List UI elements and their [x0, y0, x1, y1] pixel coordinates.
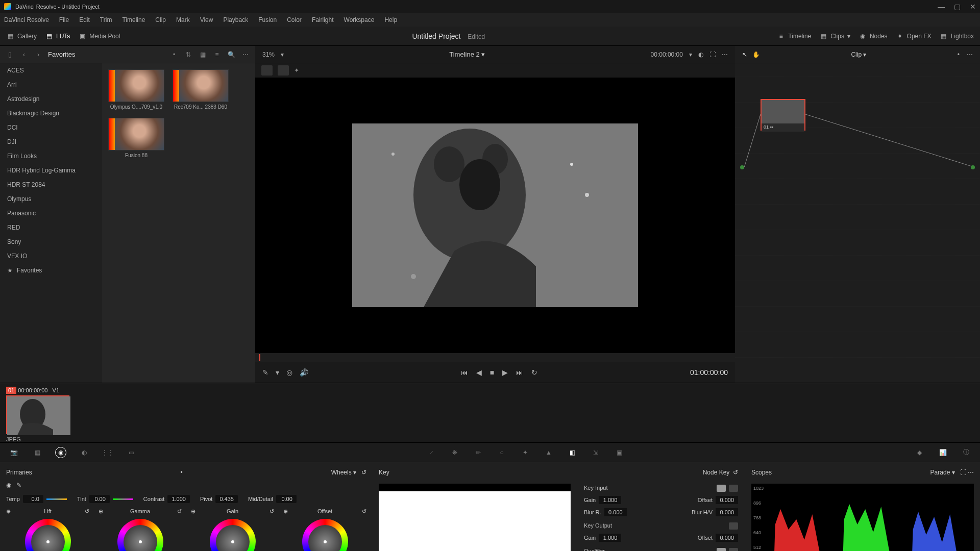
clip-dropdown[interactable]: Clip ▾ — [851, 51, 866, 58]
lut-cat[interactable]: Film Looks — [0, 149, 102, 163]
keyframes-icon[interactable]: ◆ — [914, 447, 925, 458]
timeline-name[interactable]: Timeline 2 ▾ — [449, 51, 485, 58]
qualifier-icon[interactable]: ✏ — [473, 447, 484, 458]
lut-cat[interactable]: Sony — [0, 235, 102, 249]
3d-icon[interactable]: ▣ — [614, 447, 625, 458]
viewer-canvas[interactable] — [255, 78, 735, 353]
close-icon[interactable]: ✕ — [970, 3, 976, 11]
rgb-mixer-icon[interactable]: ⋮⋮ — [102, 447, 113, 458]
lut-cat[interactable]: HDR Hybrid Log-Gamma — [0, 163, 102, 178]
reset-icon[interactable]: ↺ — [362, 508, 366, 515]
lut-cat[interactable]: VFX IO — [0, 249, 102, 263]
more-icon[interactable]: ⋯ — [241, 50, 250, 59]
reset-icon[interactable]: ↺ — [733, 469, 738, 476]
expand-icon[interactable]: ⛶ — [709, 51, 716, 58]
reset-icon[interactable]: ↺ — [85, 508, 89, 515]
menu-mark[interactable]: Mark — [176, 16, 190, 23]
magic-mask-icon[interactable]: ▲ — [543, 447, 554, 458]
lut-thumb[interactable]: Rec709 Ko... 2383 D60 — [173, 69, 229, 110]
key-out-toggle[interactable] — [729, 522, 738, 530]
wheel-picker-icon[interactable]: ⊕ — [6, 508, 11, 515]
lut-cat[interactable]: Panasonic — [0, 206, 102, 220]
tab-lightbox[interactable]: ▦Lightbox — [940, 32, 974, 40]
playhead[interactable] — [259, 354, 260, 361]
annotation-icon[interactable]: ✎ — [262, 368, 268, 377]
menu-clip[interactable]: Clip — [155, 16, 166, 23]
key-out-offset[interactable]: Offset0.000 — [698, 534, 738, 542]
lut-thumb[interactable]: Olympus O....709_v1.0 — [108, 69, 164, 110]
step-back-icon[interactable]: ◀ — [476, 368, 482, 377]
qual-toggle2[interactable] — [729, 548, 738, 551]
menu-color[interactable]: Color — [287, 16, 302, 23]
hdr-icon[interactable]: ◐ — [79, 447, 90, 458]
menu-workspace[interactable]: Workspace — [344, 16, 375, 23]
lut-thumb[interactable]: Fusion 88 — [108, 118, 164, 158]
tab-luts[interactable]: ▤LUTs — [45, 32, 70, 40]
menu-davinci[interactable]: DaVinci Resolve — [4, 16, 49, 23]
tint-adjust[interactable]: Tint0.00 — [77, 495, 133, 503]
menu-playback[interactable]: Playback — [223, 16, 248, 23]
more-icon[interactable]: ⋯ — [967, 51, 973, 58]
scopes-mode[interactable]: Parade — [930, 469, 950, 476]
key-out-gain[interactable]: Gain1.000 — [584, 534, 621, 542]
wheels-mode[interactable]: Wheels — [331, 469, 352, 476]
key-in-offset[interactable]: Offset0.000 — [698, 496, 738, 504]
warper-icon[interactable]: ❋ — [449, 447, 460, 458]
lut-cat[interactable]: RED — [0, 220, 102, 235]
split-screen-icon[interactable] — [278, 65, 289, 76]
menu-fairlight[interactable]: Fairlight — [312, 16, 334, 23]
pivot-adjust[interactable]: Pivot0.435 — [200, 495, 238, 503]
minimize-icon[interactable]: — — [938, 3, 945, 11]
key-input-toggle1[interactable] — [717, 485, 726, 492]
prev-clip-icon[interactable]: ⏮ — [461, 368, 468, 377]
middetail-adjust[interactable]: Mid/Detail0.00 — [248, 495, 297, 503]
color-wheel[interactable] — [210, 519, 256, 551]
loop-icon[interactable]: ↻ — [531, 368, 537, 377]
bypass-icon[interactable]: ◐ — [698, 51, 703, 58]
clip-thumbnail[interactable] — [6, 395, 69, 434]
list-view-icon[interactable]: ≡ — [212, 50, 222, 59]
timecode-large[interactable]: 01:00:00:00 — [690, 368, 728, 377]
lut-cat[interactable]: ACES — [0, 63, 102, 78]
window-icon[interactable]: ○ — [496, 447, 507, 458]
lut-cat[interactable]: Astrodesign — [0, 92, 102, 106]
luts-sidebar-toggle-icon[interactable]: ▯ — [5, 50, 14, 59]
grid-view-icon[interactable]: ▦ — [198, 50, 207, 59]
temp-adjust[interactable]: Temp0.0 — [6, 495, 67, 503]
highlight-icon[interactable]: ✦ — [294, 67, 299, 74]
tab-openfx[interactable]: ✦Open FX — [896, 32, 932, 40]
maximize-icon[interactable]: ▢ — [954, 3, 961, 11]
wheel-picker-icon[interactable]: ⊕ — [99, 508, 103, 515]
menu-help[interactable]: Help — [384, 16, 397, 23]
lut-cat[interactable]: HDR ST 2084 — [0, 178, 102, 192]
lut-cat-favorites[interactable]: ★Favorites — [0, 263, 102, 278]
speaker-icon[interactable]: 🔊 — [300, 368, 308, 377]
reset-icon[interactable]: ↺ — [361, 469, 366, 476]
image-wipe-icon[interactable] — [261, 65, 273, 76]
next-clip-icon[interactable]: ⏭ — [516, 368, 523, 377]
wheel-picker-icon[interactable]: ⊕ — [283, 508, 288, 515]
search-icon[interactable]: 🔍 — [227, 50, 236, 59]
hand-icon[interactable]: ✋ — [752, 51, 760, 58]
lut-cat[interactable]: Blackmagic Design — [0, 106, 102, 120]
key-in-gain[interactable]: Gain1.000 — [584, 496, 621, 504]
menu-file[interactable]: File — [59, 16, 69, 23]
chevron-down-icon[interactable]: ▾ — [276, 368, 279, 377]
tab-clips[interactable]: ▦Clips▾ — [819, 32, 850, 40]
viewer-scrubber[interactable] — [255, 353, 735, 362]
sizing-icon[interactable]: ⇲ — [590, 447, 601, 458]
menu-timeline[interactable]: Timeline — [122, 16, 145, 23]
sort-icon[interactable]: ⇅ — [184, 50, 193, 59]
lut-cat[interactable]: DCI — [0, 120, 102, 135]
stop-icon[interactable]: ■ — [490, 368, 494, 377]
motion-effects-icon[interactable]: ▭ — [126, 447, 137, 458]
nodes-graph[interactable]: 01 ▪▪ — [735, 63, 980, 383]
chevron-down-icon[interactable]: ▾ — [281, 51, 284, 58]
timecode-small[interactable]: 00:00:00:00 — [651, 51, 683, 58]
color-node[interactable]: 01 ▪▪ — [761, 99, 805, 131]
picker-icon[interactable]: ✎ — [16, 482, 21, 489]
key-preview[interactable] — [379, 484, 571, 551]
menu-fusion[interactable]: Fusion — [258, 16, 277, 23]
color-match-icon[interactable]: ▦ — [32, 447, 43, 458]
scopes-icon[interactable]: 📊 — [937, 447, 948, 458]
